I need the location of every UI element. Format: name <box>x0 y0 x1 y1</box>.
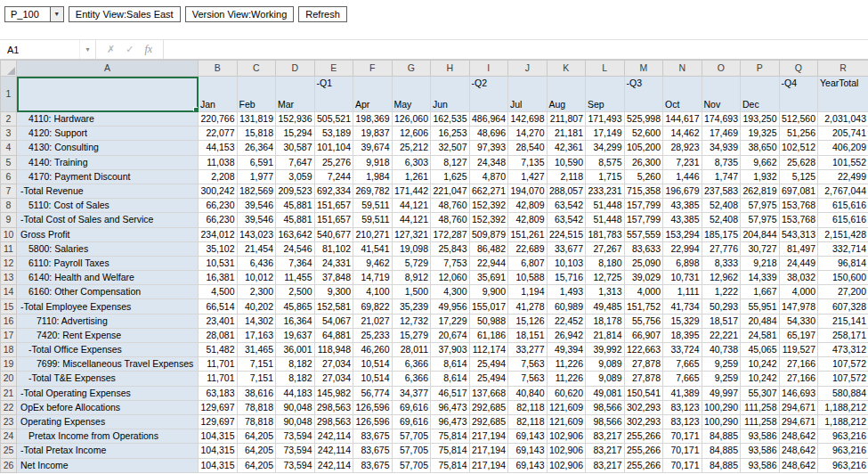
cell-O2[interactable]: 174,693 <box>702 112 741 127</box>
cell-D3[interactable]: 15,294 <box>276 127 315 141</box>
cell-K21[interactable]: 60,620 <box>547 386 586 400</box>
cell-B2[interactable]: 220,766 <box>199 112 238 127</box>
cell-M13[interactable]: 39,029 <box>624 271 663 285</box>
cell-I6[interactable]: 4,870 <box>469 169 508 184</box>
cell-B22[interactable]: 129,697 <box>199 400 238 414</box>
cell-D5[interactable]: 7,647 <box>276 155 315 169</box>
cell-B3[interactable]: 22,077 <box>199 127 238 141</box>
cell-Q26[interactable]: 248,642 <box>779 458 818 472</box>
cell-A24[interactable]: Pretax Income from Operations <box>17 429 199 444</box>
cell-H8[interactable]: 48,760 <box>431 199 470 213</box>
cell-F16[interactable]: 21,027 <box>353 314 393 328</box>
cell-Q7[interactable]: 697,081 <box>779 184 818 198</box>
cell-P9[interactable]: 57,975 <box>741 213 780 227</box>
cell-F1[interactable]: Apr <box>353 77 393 112</box>
cell-O8[interactable]: 52,408 <box>702 199 741 213</box>
cell-I12[interactable]: 22,944 <box>469 256 508 270</box>
cell-P20[interactable]: 10,242 <box>741 372 780 386</box>
cell-F13[interactable]: 14,719 <box>353 271 393 285</box>
cell-Q13[interactable]: 38,032 <box>779 271 818 285</box>
cell-R13[interactable]: 150,600 <box>818 271 868 285</box>
cell-E11[interactable]: 81,102 <box>314 241 353 256</box>
cell-M26[interactable]: 255,266 <box>624 458 663 472</box>
cell-L7[interactable]: 233,231 <box>586 184 625 198</box>
cell-O22[interactable]: 100,290 <box>702 400 741 414</box>
cell-D18[interactable]: 36,001 <box>276 343 315 357</box>
cell-J13[interactable]: 10,588 <box>508 271 548 285</box>
cell-M16[interactable]: 55,756 <box>624 314 663 328</box>
row-header-15[interactable]: 15 <box>1 299 17 314</box>
cell-C10[interactable]: 143,023 <box>237 227 276 241</box>
cell-M17[interactable]: 66,907 <box>624 328 663 342</box>
cell-A3[interactable]: 4120: Support <box>17 127 199 141</box>
cell-J1[interactable]: Jul <box>508 77 548 112</box>
cell-J22[interactable]: 82,118 <box>508 400 548 414</box>
cell-L15[interactable]: 49,485 <box>586 299 625 314</box>
cell-L4[interactable]: 34,299 <box>586 141 625 155</box>
cell-A2[interactable]: 4110: Hardware <box>17 112 199 127</box>
cell-C19[interactable]: 7,151 <box>237 357 276 372</box>
cell-M25[interactable]: 255,266 <box>624 444 663 458</box>
cell-A20[interactable]: -Total T&E Expenses <box>17 372 199 386</box>
version-view-button[interactable]: Version View:Working <box>185 6 295 22</box>
cell-P8[interactable]: 57,975 <box>741 199 780 213</box>
cell-H24[interactable]: 75,814 <box>431 429 470 444</box>
cell-P12[interactable]: 9,218 <box>741 256 780 270</box>
cell-C3[interactable]: 15,818 <box>237 127 276 141</box>
cell-G19[interactable]: 6,366 <box>392 357 431 372</box>
cell-E20[interactable]: 27,034 <box>314 372 353 386</box>
row-header-25[interactable]: 25 <box>1 444 17 458</box>
cell-A23[interactable]: Operating Expenses <box>17 414 199 429</box>
cell-A12[interactable]: 6110: Payroll Taxes <box>17 256 199 270</box>
cell-A14[interactable]: 6160: Other Compensation <box>17 285 199 299</box>
cell-B15[interactable]: 66,514 <box>199 299 238 314</box>
cell-D17[interactable]: 19,637 <box>276 328 315 342</box>
cell-E3[interactable]: 53,189 <box>314 127 353 141</box>
cell-G20[interactable]: 6,366 <box>392 372 431 386</box>
cell-G14[interactable]: 1,500 <box>392 285 431 299</box>
cell-F19[interactable]: 10,514 <box>353 357 393 372</box>
cell-I23[interactable]: 292,685 <box>469 414 508 429</box>
cell-Q19[interactable]: 27,166 <box>779 357 818 372</box>
cell-C17[interactable]: 17,163 <box>237 328 276 342</box>
cell-A11[interactable]: 5800: Salaries <box>17 241 199 256</box>
cell-N25[interactable]: 70,171 <box>663 444 702 458</box>
cell-G4[interactable]: 25,212 <box>392 141 431 155</box>
cell-R22[interactable]: 1,188,212 <box>818 400 868 414</box>
cell-Q9[interactable]: 153,768 <box>779 213 818 227</box>
cell-D6[interactable]: 3,059 <box>276 169 315 184</box>
cell-I18[interactable]: 112,174 <box>469 343 508 357</box>
row-header-21[interactable]: 21 <box>1 386 17 400</box>
cell-O7[interactable]: 237,583 <box>702 184 741 198</box>
cell-D12[interactable]: 7,364 <box>276 256 315 270</box>
cell-M22[interactable]: 302,293 <box>624 400 663 414</box>
cell-K18[interactable]: 49,394 <box>547 343 586 357</box>
cell-O21[interactable]: 49,997 <box>702 386 741 400</box>
cell-N12[interactable]: 6,898 <box>663 256 702 270</box>
cell-M6[interactable]: 5,260 <box>624 169 663 184</box>
column-header-G[interactable]: G <box>392 61 431 77</box>
fill-handle[interactable] <box>193 107 198 111</box>
cell-Q10[interactable]: 543,313 <box>779 227 818 241</box>
entity-view-button[interactable]: Entity View:Sales East <box>69 6 181 22</box>
cell-R2[interactable]: 2,031,043 <box>818 112 868 127</box>
cell-P15[interactable]: 55,951 <box>741 299 780 314</box>
cell-D23[interactable]: 90,048 <box>276 414 315 429</box>
cell-H3[interactable]: 16,253 <box>431 127 470 141</box>
cell-O1[interactable]: Nov <box>702 77 741 112</box>
cell-L13[interactable]: 12,725 <box>586 271 625 285</box>
cell-C22[interactable]: 78,818 <box>237 400 276 414</box>
cell-B16[interactable]: 23,401 <box>199 314 238 328</box>
cell-I24[interactable]: 217,194 <box>469 429 508 444</box>
cell-J11[interactable]: 22,689 <box>508 241 548 256</box>
cell-E15[interactable]: 152,581 <box>314 299 353 314</box>
cell-E24[interactable]: 242,114 <box>314 429 353 444</box>
cell-O18[interactable]: 40,738 <box>702 343 741 357</box>
cell-L8[interactable]: 51,448 <box>586 199 625 213</box>
cell-I14[interactable]: 9,900 <box>469 285 508 299</box>
pov-dropdown-button[interactable]: ▼ <box>50 7 63 21</box>
column-header-J[interactable]: J <box>508 61 548 77</box>
cell-I15[interactable]: 155,017 <box>469 299 508 314</box>
cell-N11[interactable]: 22,994 <box>663 241 702 256</box>
cell-O14[interactable]: 1,222 <box>702 285 741 299</box>
